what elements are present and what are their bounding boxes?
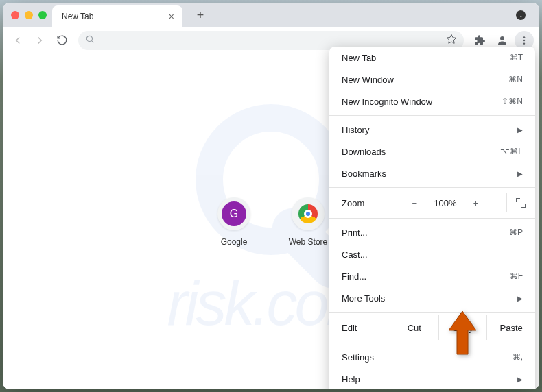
menu-bookmarks[interactable]: Bookmarks ▶ xyxy=(329,162,535,184)
shortcut-webstore[interactable]: Web Store xyxy=(281,197,335,247)
edit-copy-button[interactable]: Copy xyxy=(438,315,487,340)
menu-edit-row: Edit Cut Copy Paste xyxy=(329,315,535,340)
menu-more-tools[interactable]: More Tools ▶ xyxy=(329,287,535,309)
titlebar: New Tab × + ⌄ xyxy=(3,3,539,27)
window-close-button[interactable] xyxy=(11,11,19,19)
svg-point-2 xyxy=(523,36,525,38)
chrome-icon xyxy=(298,204,318,223)
traffic-lights xyxy=(11,11,47,19)
svg-point-3 xyxy=(523,39,525,40)
chevron-right-icon: ▶ xyxy=(517,170,523,177)
bookmark-star-icon[interactable] xyxy=(446,34,457,47)
tab-title: New Tab xyxy=(62,12,162,21)
shortcut-google[interactable]: G Google xyxy=(207,197,261,247)
menu-history[interactable]: History ▶ xyxy=(329,119,535,140)
shortcut-label: Google xyxy=(221,237,248,247)
back-button[interactable] xyxy=(8,31,27,50)
chevron-right-icon: ▶ xyxy=(517,126,523,134)
menu-downloads[interactable]: Downloads ⌥⌘L xyxy=(329,140,535,162)
svg-point-4 xyxy=(523,42,525,44)
menu-new-tab[interactable]: New Tab ⌘T xyxy=(329,47,535,69)
tab-close-icon[interactable]: × xyxy=(169,11,174,22)
window-minimize-button[interactable] xyxy=(25,11,33,19)
fullscreen-button[interactable] xyxy=(506,193,526,212)
edit-paste-button[interactable]: Paste xyxy=(486,315,535,340)
fullscreen-icon xyxy=(516,198,526,208)
google-avatar-icon: G xyxy=(222,201,246,226)
zoom-in-button[interactable]: + xyxy=(469,198,483,208)
svg-point-1 xyxy=(500,36,504,40)
menu-zoom-row: Zoom − 100% + xyxy=(329,191,535,215)
browser-tab[interactable]: New Tab × xyxy=(52,5,182,27)
chevron-right-icon: ▶ xyxy=(517,376,523,383)
menu-new-incognito[interactable]: New Incognito Window ⇧⌘N xyxy=(329,90,535,112)
titlebar-chevron-icon[interactable]: ⌄ xyxy=(516,10,526,20)
menu-print[interactable]: Print... ⌘P xyxy=(329,221,535,243)
search-icon xyxy=(85,34,95,47)
chevron-right-icon: ▶ xyxy=(517,295,523,302)
forward-button[interactable] xyxy=(30,31,49,50)
menu-settings[interactable]: Settings ⌘, xyxy=(329,346,535,368)
zoom-out-button[interactable]: − xyxy=(408,198,421,208)
shortcut-label: Web Store xyxy=(289,237,327,247)
menu-cast[interactable]: Cast... xyxy=(329,243,535,265)
shortcuts-row: G Google Web Store xyxy=(207,197,335,247)
browser-window: New Tab × + ⌄ xyxy=(3,3,539,389)
new-tab-button[interactable]: + xyxy=(191,5,210,25)
edit-cut-button[interactable]: Cut xyxy=(390,315,438,340)
reload-button[interactable] xyxy=(52,31,71,50)
svg-point-0 xyxy=(86,36,92,41)
window-maximize-button[interactable] xyxy=(38,11,47,19)
zoom-value: 100% xyxy=(434,198,456,208)
menu-help[interactable]: Help ▶ xyxy=(329,368,535,389)
chrome-menu: New Tab ⌘T New Window ⌘N New Incognito W… xyxy=(329,47,535,389)
menu-new-window[interactable]: New Window ⌘N xyxy=(329,69,535,90)
menu-find[interactable]: Find... ⌘F xyxy=(329,265,535,287)
